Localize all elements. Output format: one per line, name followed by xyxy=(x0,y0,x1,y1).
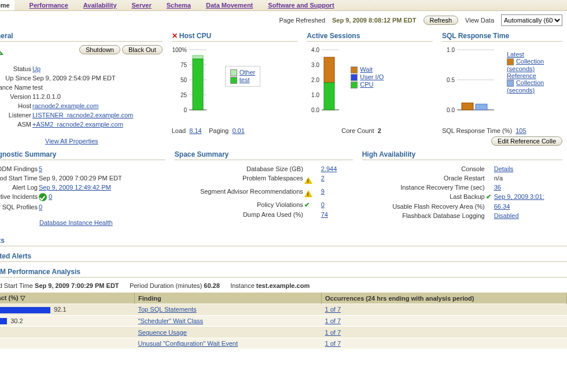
tab-home[interactable]: Home xyxy=(0,0,14,10)
shutdown-button[interactable]: Shutdown xyxy=(79,45,120,54)
svg-rect-28 xyxy=(476,104,487,110)
sessions-legend-wait[interactable]: Wait xyxy=(360,66,373,73)
addm-period-start-value: Sep 9, 2009 7:00:29 PM EDT xyxy=(35,282,119,289)
corecount-label: Core Count xyxy=(341,127,374,134)
tab-performance[interactable]: Performance xyxy=(30,0,68,10)
ha-r6-value[interactable]: Disabled xyxy=(494,212,519,219)
tab-data-movement[interactable]: Data Movement xyxy=(206,0,253,10)
db-instance-health-link[interactable]: Database Instance Health xyxy=(39,219,113,226)
host-label: Host xyxy=(0,102,31,110)
paging-value[interactable]: 0.01 xyxy=(232,127,244,134)
toolbar: Page Refreshed Sep 9, 2009 8:08:12 PM ED… xyxy=(0,11,567,32)
addm-col-impact[interactable]: Impact (%) xyxy=(0,294,19,301)
addm-instance-label: Instance xyxy=(230,282,255,289)
ha-r1-label: Console xyxy=(363,165,485,173)
tab-server[interactable]: Server xyxy=(132,0,152,10)
diag-r3-value[interactable]: Sep 9, 2009 12:49:42 PM xyxy=(39,184,111,191)
space-r5-value[interactable]: 74 xyxy=(321,211,328,218)
diag-r4-value[interactable]: 0 xyxy=(49,193,52,200)
table-row: 6Sequence Usage1 of 7 xyxy=(0,327,567,338)
check-icon: ✔ xyxy=(304,201,310,208)
finding-link[interactable]: Unusual "Configuration" Wait Event xyxy=(138,340,238,347)
tab-availability[interactable]: Availability xyxy=(83,0,117,10)
tab-schema[interactable]: Schema xyxy=(167,0,191,10)
diag-r1-label: ADDM Findings xyxy=(0,165,38,173)
ha-r6-label: Flashback Database Logging xyxy=(363,212,485,220)
finding-link[interactable]: "Scheduler" Wait Class xyxy=(138,317,204,324)
sqlresp-legend-latest2[interactable]: Collection xyxy=(516,58,544,65)
asm-value[interactable]: +ASM2_racnode2.example.com xyxy=(32,121,123,128)
sessions-chart: 4.0 3.0 2.0 1.0 0.0 Wait User I/O CPU xyxy=(307,45,433,121)
svg-text:0.5: 0.5 xyxy=(447,77,455,83)
space-r2-label: Problem Tablespaces xyxy=(176,174,303,186)
impact-bar xyxy=(0,318,7,324)
addm-duration-label: Period Duration (minutes) xyxy=(130,282,202,289)
sort-desc-icon[interactable]: ▽ xyxy=(20,294,25,301)
ha-r3-label: Instance Recovery Time (sec) xyxy=(363,183,485,191)
sqlresp-legend-latest1[interactable]: Latest xyxy=(507,51,524,58)
finding-link[interactable]: Sequence Usage xyxy=(138,329,187,336)
blackout-button[interactable]: Black Out xyxy=(122,45,163,54)
warning-icon xyxy=(304,186,312,197)
status-label: Status xyxy=(0,65,31,73)
sessions-title: Active Sessions xyxy=(307,32,433,40)
space-r3-label: Segment Advisor Recommendations xyxy=(176,187,303,199)
impact-value: 92.1 xyxy=(54,306,66,313)
edit-reference-button[interactable]: Edit Reference Colle xyxy=(491,136,562,146)
sqlresp-legend-ref2[interactable]: Collection xyxy=(516,79,544,86)
diag-r5-value[interactable]: 0 xyxy=(39,204,42,210)
version-label: Version xyxy=(0,93,31,101)
load-label: Load xyxy=(172,127,186,134)
finding-link[interactable]: Top SQL Statements xyxy=(138,306,197,313)
space-r4-value[interactable]: 0 xyxy=(321,201,325,208)
host-value[interactable]: racnode2.example.com xyxy=(32,102,98,109)
ha-r3-value[interactable]: 36 xyxy=(494,184,501,191)
hostcpu-legend-other[interactable]: Other xyxy=(240,69,256,76)
sessions-legend-userio[interactable]: User I/O xyxy=(360,73,384,80)
sessions-legend-cpu[interactable]: CPU xyxy=(360,81,373,88)
sqlresp-pct-value[interactable]: 105 xyxy=(516,127,526,134)
listener-label: Listener xyxy=(0,111,31,119)
space-r2-value[interactable]: 2 xyxy=(321,175,325,182)
ha-r5-value[interactable]: 66.34 xyxy=(494,203,510,210)
listener-value[interactable]: LISTENER_racnode2.example.com xyxy=(32,112,133,119)
occurrences-link[interactable]: 1 of 7 xyxy=(325,340,341,347)
load-value[interactable]: 8.14 xyxy=(189,127,201,134)
version-value: 11.2.0.1.0 xyxy=(32,93,133,101)
svg-text:1.0: 1.0 xyxy=(311,92,319,98)
addm-col-finding[interactable]: Finding xyxy=(135,293,322,304)
diag-r5-label: Key SQL Profiles xyxy=(0,203,38,211)
view-data-select[interactable]: Automatically (60 s xyxy=(501,14,562,26)
check-icon xyxy=(39,193,47,201)
svg-text:75: 75 xyxy=(181,62,187,68)
corecount-value: 2 xyxy=(378,127,381,134)
addm-col-occ[interactable]: Occurrences (24 hrs ending with analysis… xyxy=(322,293,567,304)
occurrences-link[interactable]: 1 of 7 xyxy=(325,306,341,313)
paging-label: Paging xyxy=(209,127,229,134)
diag-r1-value[interactable]: 5 xyxy=(39,165,42,172)
table-row: 92.1Top SQL Statements1 of 7 xyxy=(0,304,567,316)
sqlresp-legend-latest3[interactable]: (seconds) xyxy=(507,65,535,72)
svg-rect-11 xyxy=(193,59,203,110)
view-data-label: View Data xyxy=(465,17,494,24)
sqlresp-title: SQL Response Time xyxy=(442,32,562,40)
refresh-button[interactable]: Refresh xyxy=(424,16,459,25)
status-value[interactable]: Up xyxy=(32,65,41,72)
addm-title: ADDM Performance Analysis xyxy=(0,268,567,276)
sqlresp-legend-ref1[interactable]: Reference xyxy=(507,72,536,79)
occurrences-link[interactable]: 1 of 7 xyxy=(325,329,341,336)
view-all-properties-link[interactable]: View All Properties xyxy=(45,138,98,145)
space-r3-value[interactable]: 9 xyxy=(321,188,325,195)
space-r1-value[interactable]: 2.944 xyxy=(321,165,337,172)
svg-text:50: 50 xyxy=(181,77,187,83)
ha-r1-value[interactable]: Details xyxy=(494,165,514,172)
table-row: 30.2"Scheduler" Wait Class1 of 7 xyxy=(0,315,567,327)
sqlresp-legend-ref3[interactable]: (seconds) xyxy=(507,87,535,94)
hostcpu-legend-test[interactable]: test xyxy=(240,76,250,83)
close-icon[interactable]: ✕ xyxy=(172,32,178,40)
svg-rect-20 xyxy=(324,83,334,110)
tab-software-support[interactable]: Software and Support xyxy=(268,0,334,10)
occurrences-link[interactable]: 1 of 7 xyxy=(325,317,341,324)
svg-rect-10 xyxy=(193,56,203,59)
ha-r4-value[interactable]: Sep 9, 2009 3:01: xyxy=(494,193,544,200)
